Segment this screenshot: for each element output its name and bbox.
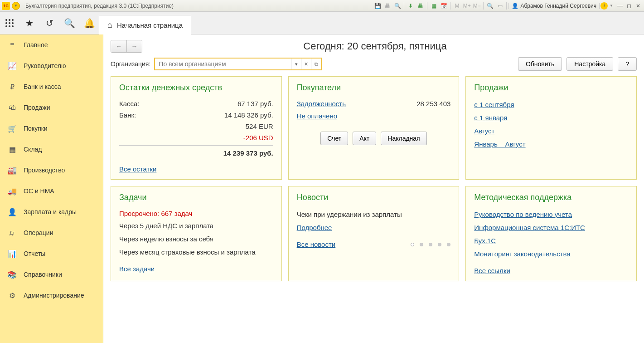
sidebar-item-operations[interactable]: ДтОперации (0, 222, 103, 243)
news-more-link[interactable]: Подробнее (297, 224, 332, 231)
search-icon[interactable]: 🔍 (63, 17, 75, 29)
org-input[interactable] (155, 59, 291, 69)
favorites-icon[interactable]: ★ (24, 17, 35, 29)
sidebar-item-reports[interactable]: 📊Отчеты (0, 243, 103, 264)
tab-home[interactable]: ⌂ Начальная страница (99, 15, 191, 34)
sales-link-3[interactable]: Январь – Август (474, 140, 525, 148)
support-link-0[interactable]: Руководство по ведению учета (474, 211, 572, 218)
dtkt-icon: Дт (7, 228, 17, 238)
settings-button[interactable]: Настройка (567, 57, 613, 71)
card-tasks: Задачи Просрочено: 667 задач Через 5 дне… (111, 186, 282, 281)
card-cash-title: Остатки денежных средств (119, 83, 273, 93)
sidebar-item-manager[interactable]: 📈Руководителю (0, 55, 103, 76)
sidebar-item-warehouse[interactable]: ▦Склад (0, 139, 103, 160)
calendar-icon[interactable]: 📅 (439, 2, 448, 10)
news-dot-1[interactable] (420, 243, 423, 246)
books-icon: 📚 (7, 270, 17, 279)
nav-forward-button[interactable]: → (126, 40, 142, 52)
user-name: Абрамов Геннадий Сергеевич (520, 3, 596, 9)
factory-icon: 🏭 (7, 165, 17, 175)
support-all-link[interactable]: Все ссылки (474, 267, 510, 274)
truck-icon: 🚚 (7, 186, 17, 196)
sidebar-item-purchases[interactable]: 🛒Покупки (0, 118, 103, 139)
preview-icon[interactable]: 🔍 (393, 2, 402, 10)
sidebar-item-production[interactable]: 🏭Производство (0, 160, 103, 181)
page-title: Сегодня: 20 сентября, пятница (150, 40, 600, 52)
sidebar: ≡Главное 📈Руководителю ₽Банк и касса 🛍Пр… (0, 34, 103, 343)
invoice-button[interactable]: Счет (320, 132, 348, 145)
act-button[interactable]: Акт (353, 132, 376, 145)
card-sales-title: Продажи (474, 83, 628, 93)
unpaid-link[interactable]: Не оплачено (297, 112, 337, 120)
chart-icon: 📈 (7, 61, 17, 71)
sidebar-item-salary[interactable]: 👤Зарплата и кадры (0, 201, 103, 222)
print-icon[interactable]: 🖶 (383, 2, 392, 10)
nakladnaya-button[interactable]: Накладная (381, 132, 426, 145)
maximize-button[interactable]: ◻ (625, 2, 633, 10)
news-dot-3[interactable] (438, 243, 441, 246)
sidebar-item-references[interactable]: 📚Справочники (0, 264, 103, 285)
news-dot-2[interactable] (429, 243, 432, 246)
menu-icon: ≡ (7, 40, 17, 50)
sidebar-item-assets[interactable]: 🚚ОС и НМА (0, 181, 103, 201)
card-news: Новости Чеки при удержании из зарплаты П… (288, 186, 460, 281)
news-all-link[interactable]: Все новости (297, 240, 336, 248)
nav-back-button[interactable]: ← (111, 40, 126, 52)
card-support: Методическая поддержка Руководство по ве… (465, 186, 637, 281)
cash-all-link[interactable]: Все остатки (119, 165, 156, 173)
svg-point-8 (12, 25, 14, 27)
user-block[interactable]: 👤 Абрамов Геннадий Сергеевич (508, 3, 600, 9)
user-icon: 👤 (512, 3, 518, 9)
sales-link-1[interactable]: с 1 января (474, 114, 507, 122)
sidebar-item-bank[interactable]: ₽Банк и касса (0, 76, 103, 97)
support-link-3[interactable]: Мониторинг законодательства (474, 250, 570, 258)
tasks-all-link[interactable]: Все задачи (119, 265, 155, 273)
zoom-icon[interactable]: 🔍 (485, 2, 494, 10)
history-icon[interactable]: ↺ (44, 17, 55, 29)
help-button[interactable]: ? (618, 57, 637, 71)
svg-point-3 (5, 22, 7, 24)
compare-save-icon[interactable]: ⬇ (406, 2, 415, 10)
org-open-button[interactable]: ⧉ (311, 59, 321, 69)
sales-link-2[interactable]: Август (474, 127, 494, 135)
save-icon[interactable]: 💾 (373, 2, 382, 10)
sidebar-item-main[interactable]: ≡Главное (0, 34, 103, 55)
m-icon[interactable]: M (452, 2, 461, 10)
m-plus-icon[interactable]: M+ (462, 2, 471, 10)
refresh-button[interactable]: Обновить (518, 57, 562, 71)
person-icon: 👤 (7, 207, 17, 217)
news-dot-0[interactable] (411, 243, 414, 246)
sales-link-0[interactable]: с 1 сентября (474, 101, 514, 108)
app-menu-dropdown[interactable]: ▼ (12, 2, 20, 10)
org-dropdown-button[interactable]: ▾ (291, 59, 301, 69)
debt-link[interactable]: Задолженность (297, 100, 346, 108)
org-clear-button[interactable]: ✕ (301, 59, 311, 69)
content: ← → Сегодня: 20 сентября, пятница Органи… (103, 34, 644, 343)
svg-point-1 (9, 19, 10, 21)
m-minus-icon[interactable]: M− (472, 2, 481, 10)
support-link-2[interactable]: Бух.1С (474, 237, 496, 245)
news-dot-4[interactable] (447, 243, 450, 246)
card-tasks-title: Задачи (119, 193, 273, 202)
info-icon[interactable]: i (600, 2, 608, 10)
svg-point-5 (12, 22, 14, 24)
logo-1c-icon: 1C (2, 2, 10, 10)
support-link-1[interactable]: Информационная система 1С:ИТС (474, 224, 585, 231)
svg-point-4 (9, 22, 10, 24)
svg-point-2 (12, 19, 14, 21)
ruble-icon: ₽ (7, 82, 17, 92)
grid-icon: ▦ (7, 144, 17, 154)
notifications-icon[interactable]: 🔔 (83, 17, 95, 29)
sidebar-item-sales[interactable]: 🛍Продажи (0, 97, 103, 118)
gear-icon: ⚙ (7, 290, 17, 300)
panel-icon[interactable]: ▭ (495, 2, 504, 10)
apps-icon[interactable] (4, 17, 15, 29)
bag-icon: 🛍 (7, 103, 17, 113)
card-cash: Остатки денежных средств Касса:67 137 ру… (111, 76, 282, 180)
sidebar-item-admin[interactable]: ⚙Администрирование (0, 285, 103, 306)
minimize-button[interactable]: — (616, 2, 624, 10)
home-icon: ⌂ (107, 20, 112, 30)
calculator-icon[interactable]: ▦ (429, 2, 438, 10)
close-button[interactable]: ✕ (634, 2, 642, 10)
compare-print-icon[interactable]: 🖶 (416, 2, 425, 10)
